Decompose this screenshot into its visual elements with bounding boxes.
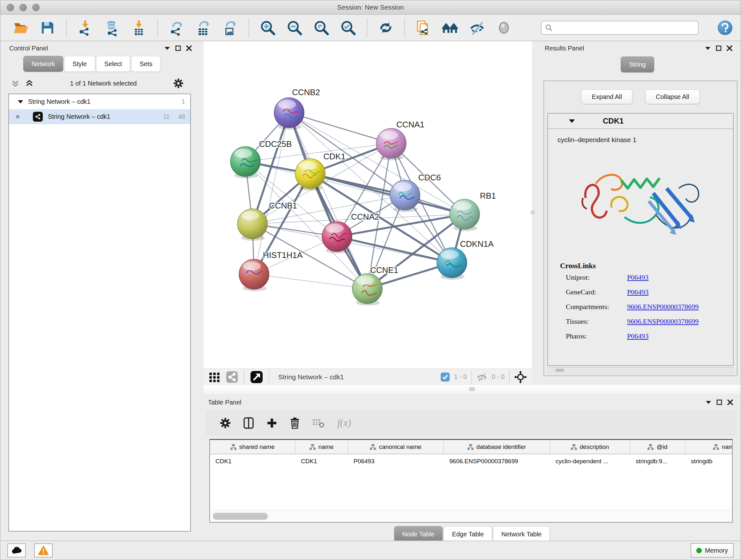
help-button[interactable] [718,20,732,35]
network-edge-CCNB2-CCNE1[interactable] [289,113,367,289]
crosslink-link[interactable]: 9606.ENSP00000378699 [627,303,698,311]
panel-menu-button[interactable] [164,46,170,50]
import-database-button[interactable] [104,19,120,37]
open-in-window-button[interactable] [250,371,263,383]
network-view-canvas[interactable]: CCNB2CCNA1CDC25BCDK1CDC6RB1CCNB1CCNA2CDK… [204,41,532,368]
network-edge-CDK1-RB1[interactable] [310,174,465,214]
zoom-out-button[interactable] [286,19,303,37]
crosslink-link[interactable]: 9606.ENSP00000378699 [627,317,698,326]
search-input[interactable] [541,21,698,35]
expand-all-networks-button[interactable] [25,79,33,87]
table-row[interactable]: CDK1CDK1P064939606.ENSP00000378699cyclin… [210,454,732,469]
network-node-RB1[interactable] [450,199,480,231]
table-header-namespace[interactable]: namespace [685,440,733,454]
network-node-CDC6[interactable] [390,180,420,212]
function-builder-button[interactable]: f(x) [337,417,351,429]
cloud-status-button[interactable] [7,543,26,557]
tab-style[interactable]: Style [64,56,95,72]
crosslink-link[interactable]: P06493 [627,332,649,340]
apply-layout-button[interactable] [378,19,394,37]
save-session-button[interactable] [39,19,56,37]
network-node-CDC25B[interactable] [230,146,260,179]
import-table-button[interactable] [131,19,147,37]
network-row[interactable]: String Network – cdk1 11 48 [9,109,190,124]
tab-network[interactable]: Network [23,56,63,72]
network-node-CDK1[interactable] [295,159,325,191]
table-header--id[interactable]: @id [630,440,685,454]
table-cell[interactable]: stringdb [685,454,733,469]
tab-select[interactable]: Select [96,56,131,72]
homology-button[interactable] [442,19,459,37]
zoom-selected-button[interactable] [340,19,356,37]
scrollbar-thumb[interactable] [556,369,564,372]
network-node-CCNE1[interactable] [352,273,382,306]
memory-button[interactable]: Memory [690,543,734,558]
network-node-CCNA1[interactable] [376,128,406,160]
grid-view-button[interactable] [209,371,220,383]
create-column-button[interactable] [266,418,277,428]
table-header-database-identifier[interactable]: database identifier [444,440,550,454]
panel-close-button[interactable] [727,45,732,51]
network-edge-CCNB2-CCNA1[interactable] [289,113,391,143]
close-window-button[interactable] [7,4,14,11]
table-cell[interactable]: cyclin-dependent ... [550,454,630,469]
table-h-scrollbar[interactable] [210,510,732,522]
tab-node-table[interactable]: Node Table [394,526,443,542]
crosslink-link[interactable]: P06493 [627,288,649,296]
tab-edge-table[interactable]: Edge Table [444,526,492,542]
table-cell[interactable]: CDK1 [295,454,348,469]
delete-table-button[interactable] [313,418,325,428]
zoom-window-button[interactable] [32,4,40,11]
table-options-gear-button[interactable] [220,418,231,428]
node-section-header[interactable]: CDK1 [548,114,733,129]
expand-all-button[interactable]: Expand All [581,89,632,104]
birdseye-view-button[interactable] [514,371,527,383]
export-table-button[interactable] [195,19,212,37]
network-node-CDKN1A[interactable] [437,248,467,280]
export-network-button[interactable] [168,19,185,37]
splitter-handle[interactable] [469,387,475,391]
network-edge-HIST1H1A-CCNE1[interactable] [254,274,367,289]
tab-network-table[interactable]: Network Table [493,526,550,542]
selected-checkbox[interactable] [441,373,450,381]
import-network-button[interactable] [77,19,93,37]
tab-string[interactable]: String [621,57,654,72]
table-cell[interactable]: stringdb:9... [630,454,685,469]
scrollbar-thumb[interactable] [213,513,268,520]
panel-menu-button[interactable] [705,46,711,50]
collapse-all-networks-button[interactable] [11,79,19,87]
crosslink-link[interactable]: P06493 [627,273,649,282]
tab-sets[interactable]: Sets [131,56,160,72]
table-cell[interactable]: CDK1 [210,454,295,469]
panel-close-button[interactable] [727,399,733,405]
table-header-canonical-name[interactable]: canonical name [348,440,444,454]
results-scrollbar[interactable] [547,367,734,375]
zoom-fit-button[interactable] [313,19,330,37]
network-badge-button[interactable] [226,371,238,383]
delete-column-button[interactable] [290,417,300,429]
table-header-description[interactable]: description [550,440,630,454]
warnings-button[interactable] [34,543,53,557]
table-header-name[interactable]: name [295,440,348,454]
export-image-button[interactable] [222,19,239,37]
network-node-HIST1H1A[interactable] [239,259,269,291]
panel-float-button[interactable] [716,45,722,51]
table-cell[interactable]: P06493 [348,454,444,469]
network-node-CCNB1[interactable] [238,209,267,241]
open-session-button[interactable] [12,19,29,37]
panel-menu-button[interactable] [705,400,711,404]
network-collection-row[interactable]: String Network – cdk1 1 [9,94,190,109]
table-cell[interactable]: 9606.ENSP00000378699 [444,454,550,469]
network-options-gear-button[interactable] [173,78,184,88]
show-graphics-button[interactable] [495,19,512,37]
show-columns-button[interactable] [244,417,254,429]
copy-network-view-button[interactable] [415,19,432,37]
hide-edges-button[interactable] [469,19,485,37]
panel-float-button[interactable] [717,399,722,405]
table-header-shared-name[interactable]: shared name [210,440,295,454]
panel-float-button[interactable] [175,45,181,51]
minimize-window-button[interactable] [19,4,27,11]
collapse-all-button[interactable]: Collapse All [645,89,700,104]
panel-close-button[interactable] [186,45,192,51]
zoom-in-button[interactable] [259,19,276,37]
